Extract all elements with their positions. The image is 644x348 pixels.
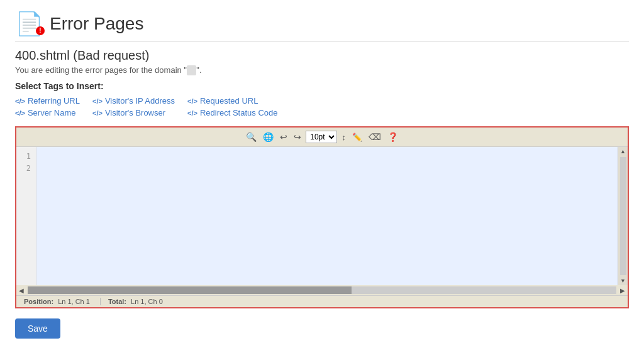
page-container: 📄 ! Error Pages 400.shtml (Bad request) …: [0, 0, 644, 348]
help-button[interactable]: [386, 130, 400, 144]
scroll-right-arrow[interactable]: ▶: [618, 287, 628, 294]
editor-toolbar: 8pt 9pt 10pt 11pt 12pt 14pt 16pt: [16, 128, 628, 147]
tag-label-redirect-status: Redirect Status Code: [200, 108, 278, 117]
tag-redirect-status[interactable]: Redirect Status Code: [187, 108, 277, 117]
undo-button[interactable]: [278, 130, 289, 144]
document-error-icon: 📄 !: [15, 13, 43, 35]
tag-label-server-name: Server Name: [28, 108, 76, 117]
code-icon-referring: [15, 96, 25, 106]
editor-content[interactable]: [36, 147, 618, 285]
line-numbers: 1 2: [16, 147, 36, 285]
code-icon-requested-url: [187, 96, 197, 106]
tag-referring-url[interactable]: Referring URL: [15, 96, 80, 106]
eraser-icon: [369, 131, 381, 143]
tag-label-requested-url: Requested URL: [200, 96, 258, 106]
editor-main: 1 2: [16, 147, 618, 285]
tags-grid: Referring URL Visitor's IP Address Reque…: [15, 96, 278, 117]
find-button[interactable]: [244, 130, 258, 144]
tag-visitors-ip[interactable]: Visitor's IP Address: [92, 96, 175, 106]
editor-statusbar: Position: Ln 1, Ch 1 Total: Ln 1, Ch 0: [16, 295, 628, 307]
total-label: Total:: [108, 298, 126, 305]
tag-label-visitors-ip: Visitor's IP Address: [105, 96, 175, 106]
undo-icon: [280, 131, 287, 143]
line-number-1: 1: [21, 151, 31, 163]
code-icon-redirect-status: [187, 108, 197, 117]
subtitle: You are editing the error pages for the …: [15, 65, 629, 75]
editor-body: 1 2: [16, 147, 618, 285]
select-tags-label: Select Tags to Insert:: [15, 81, 629, 91]
eraser-button[interactable]: [367, 130, 383, 144]
arrows-icon: [341, 131, 346, 143]
font-size-select[interactable]: 8pt 9pt 10pt 11pt 12pt 14pt 16pt: [306, 131, 337, 143]
tag-label-referring-url: Referring URL: [28, 96, 80, 106]
code-icon-server-name: [15, 108, 25, 117]
horizontal-scrollbar-area: ◀ ▶: [16, 285, 628, 295]
subtitle-suffix: ".: [196, 65, 201, 75]
scroll-down-arrow[interactable]: ▼: [620, 276, 626, 285]
error-badge-icon: !: [36, 26, 45, 35]
scroll-thumb-horizontal: [28, 286, 352, 294]
position-value: Ln 1, Ch 1: [58, 298, 90, 305]
tag-requested-url[interactable]: Requested URL: [187, 96, 277, 106]
section-title: 400.shtml (Bad request): [15, 48, 629, 63]
tag-visitors-browser[interactable]: Visitor's Browser: [92, 108, 175, 117]
find-icon: [246, 131, 257, 143]
tag-server-name[interactable]: Server Name: [15, 108, 80, 117]
save-button[interactable]: Save: [15, 318, 60, 339]
globe-button[interactable]: [261, 130, 275, 144]
editor-wrapper: 8pt 9pt 10pt 11pt 12pt 14pt 16pt: [15, 126, 629, 308]
scroll-up-arrow[interactable]: ▲: [620, 147, 626, 156]
globe-icon: [263, 131, 274, 143]
help-icon: [387, 131, 398, 143]
scroll-track: [620, 157, 626, 275]
subtitle-prefix: You are editing the error pages for the …: [15, 65, 187, 75]
tag-label-visitors-browser: Visitor's Browser: [105, 108, 165, 117]
pencil-button[interactable]: [350, 130, 364, 144]
position-status: Position: Ln 1, Ch 1: [21, 298, 101, 305]
vertical-scrollbar[interactable]: ▲ ▼: [618, 147, 628, 285]
scroll-left-arrow[interactable]: ◀: [16, 287, 26, 294]
scroll-track-horizontal[interactable]: [28, 286, 616, 294]
position-label: Position:: [24, 298, 53, 305]
editor-outer: 1 2 ▲ ▼: [16, 147, 628, 285]
redo-button[interactable]: [292, 130, 303, 144]
total-status: Total: Ln 1, Ch 0: [106, 298, 173, 305]
page-title: Error Pages: [50, 14, 143, 34]
redo-icon: [294, 131, 301, 143]
pencil-icon: [352, 131, 362, 143]
domain-placeholder: [187, 65, 196, 75]
code-icon-visitors-ip: [92, 96, 103, 106]
code-icon-visitors-browser: [92, 108, 103, 117]
page-header: 📄 ! Error Pages: [15, 13, 629, 42]
total-value: Ln 1, Ch 0: [131, 298, 163, 305]
line-number-2: 2: [21, 163, 31, 175]
arrows-button[interactable]: [340, 130, 348, 144]
